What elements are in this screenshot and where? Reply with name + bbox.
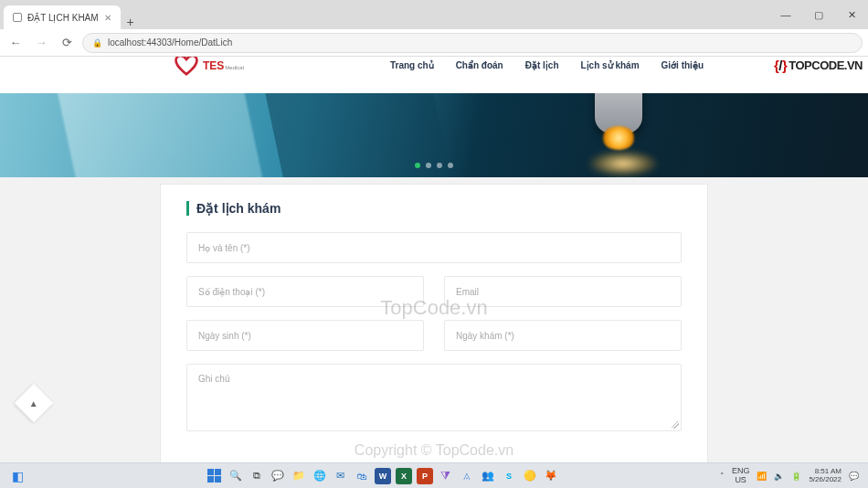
brand-text: TES: [203, 59, 224, 72]
appt-date-placeholder: Ngày khám (*): [456, 331, 514, 341]
nav-diagnose[interactable]: Chẩn đoán: [456, 60, 503, 70]
tray-chevron-up-icon[interactable]: ˄: [720, 472, 725, 481]
taskbar-chrome-icon[interactable]: 🟡: [522, 468, 538, 484]
fullname-field[interactable]: Họ và tên (*): [186, 232, 682, 263]
fullname-placeholder: Họ và tên (*): [198, 243, 250, 253]
nav-about[interactable]: Giới thiệu: [662, 60, 704, 70]
tab-close-icon[interactable]: ✕: [104, 13, 111, 23]
heart-icon: [174, 57, 199, 76]
taskbar-vscode-icon[interactable]: ⟑: [459, 468, 475, 484]
carousel-dot-3[interactable]: [437, 163, 442, 168]
taskbar-search-icon[interactable]: 🔍: [228, 468, 244, 484]
taskbar-skype-icon[interactable]: S: [501, 468, 517, 484]
carousel-dot-4[interactable]: [448, 163, 453, 168]
windows-taskbar: ◧ 🔍 ⧉ 💬 📁 🌐 ✉ 🛍 W X P ⧩ ⟑ 👥 S 🟡 🦊 ˄ ENGU…: [0, 462, 868, 488]
taskbar-tray: ˄ ENGUS 📶 🔈 🔋 8:51 AM5/26/2022 💬: [720, 467, 859, 484]
site-logo[interactable]: TESMedical: [174, 57, 244, 76]
tray-lang[interactable]: ENGUS: [732, 467, 750, 484]
appt-date-field[interactable]: Ngày khám (*): [444, 320, 682, 351]
taskbar-ppt-icon[interactable]: P: [417, 468, 433, 484]
taskbar-vs-icon[interactable]: ⧩: [438, 468, 454, 484]
taskbar-edge-icon[interactable]: 🌐: [312, 468, 328, 484]
hero-reflection: [587, 150, 660, 177]
main-nav: Trang chủ Chẩn đoán Đặt lịch Lịch sử khá…: [390, 60, 704, 70]
phone-placeholder: Số điện thoại (*): [198, 287, 265, 297]
nav-reload-button[interactable]: ⟳: [57, 33, 77, 53]
dob-field[interactable]: Ngày sinh (*): [186, 320, 424, 351]
taskbar-teams-icon[interactable]: 👥: [480, 468, 496, 484]
carousel-dot-2[interactable]: [426, 163, 431, 168]
tray-volume-icon[interactable]: 🔈: [774, 472, 784, 481]
form-heading: Đặt lịch khám: [186, 201, 682, 216]
taskbar-taskview-icon[interactable]: ⧉: [249, 468, 265, 484]
tray-wifi-icon[interactable]: 📶: [757, 472, 767, 481]
browser-tab-strip: ĐẶT LỊCH KHÁM ✕ + — ▢ ✕: [0, 0, 868, 29]
nav-home[interactable]: Trang chủ: [390, 60, 434, 70]
page-viewport: {/} TOPCODE.VN TopCode.vn Copyright © To…: [0, 57, 868, 462]
nav-forward-button[interactable]: →: [31, 33, 51, 53]
textarea-resize-handle[interactable]: [672, 421, 679, 429]
email-field[interactable]: Email: [444, 276, 682, 307]
scroll-to-top-button[interactable]: ▲: [15, 384, 53, 422]
brand-sub: Medical: [225, 65, 244, 70]
tray-clock[interactable]: 8:51 AM5/26/2022: [809, 468, 842, 483]
nav-back-button[interactable]: ←: [5, 33, 26, 53]
taskbar-app-icon[interactable]: 🦊: [543, 468, 559, 484]
new-tab-button[interactable]: +: [121, 15, 141, 29]
nav-booking[interactable]: Đặt lịch: [525, 60, 559, 70]
taskbar-word-icon[interactable]: W: [375, 468, 391, 484]
tray-notifications-icon[interactable]: 💬: [849, 472, 859, 481]
notes-field[interactable]: Ghi chú: [186, 364, 682, 431]
browser-tab-active[interactable]: ĐẶT LỊCH KHÁM ✕: [4, 5, 121, 29]
booking-card: Đặt lịch khám Họ và tên (*) Số điện thoạ…: [161, 185, 707, 462]
taskbar-center: 🔍 ⧉ 💬 📁 🌐 ✉ 🛍 W X P ⧩ ⟑ 👥 S 🟡 🦊: [206, 468, 559, 484]
taskbar-chat-icon[interactable]: 💬: [270, 468, 286, 484]
window-maximize-button[interactable]: ▢: [802, 0, 835, 29]
taskbar-widgets-icon[interactable]: ◧: [9, 468, 26, 484]
taskbar-excel-icon[interactable]: X: [396, 468, 412, 484]
carousel-dots: [415, 163, 453, 168]
start-button[interactable]: [206, 468, 223, 484]
url-text: localhost:44303/Home/DatLich: [108, 37, 232, 48]
notes-placeholder: Ghi chú: [198, 374, 229, 384]
dob-placeholder: Ngày sinh (*): [198, 331, 251, 341]
site-header: TESMedical Trang chủ Chẩn đoán Đặt lịch …: [0, 57, 868, 93]
hero-lens-graphic: [595, 93, 642, 133]
carousel-dot-1[interactable]: [415, 163, 420, 168]
browser-address-bar: ← → ⟳ 🔒 localhost:44303/Home/DatLich: [0, 29, 868, 57]
phone-field[interactable]: Số điện thoại (*): [186, 276, 424, 307]
lock-icon: 🔒: [92, 38, 102, 48]
window-close-button[interactable]: ✕: [835, 0, 868, 29]
nav-history[interactable]: Lịch sử khám: [581, 60, 640, 70]
hero-banner: [0, 93, 868, 177]
tab-title: ĐẶT LỊCH KHÁM: [27, 13, 99, 23]
tab-favicon: [13, 13, 22, 22]
window-minimize-button[interactable]: —: [769, 0, 802, 29]
url-field[interactable]: 🔒 localhost:44303/Home/DatLich: [82, 33, 863, 53]
taskbar-store-icon[interactable]: 🛍: [354, 468, 370, 484]
email-placeholder: Email: [456, 287, 479, 297]
tray-battery-icon[interactable]: 🔋: [791, 472, 801, 481]
taskbar-mail-icon[interactable]: ✉: [333, 468, 349, 484]
chevron-up-icon: ▲: [29, 398, 38, 408]
taskbar-explorer-icon[interactable]: 📁: [291, 468, 307, 484]
